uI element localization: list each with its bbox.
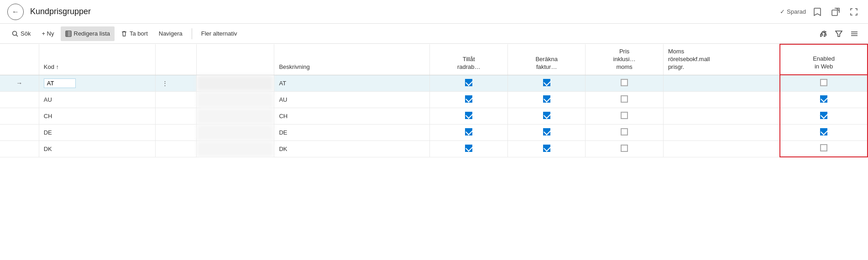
checkbox-tillat-DE[interactable] bbox=[465, 128, 472, 135]
row-enabled-web-AU[interactable] bbox=[780, 91, 868, 108]
row-arrow-cell bbox=[0, 124, 39, 140]
toolbar-separator bbox=[192, 28, 192, 39]
col-header-beskrivning: Beskrivning bbox=[274, 44, 430, 75]
row-enabled-web-CH[interactable] bbox=[780, 108, 868, 124]
row-context-menu[interactable]: ⋮ bbox=[160, 79, 170, 88]
checkbox-enabled-web-DE[interactable] bbox=[820, 128, 827, 135]
col-header-arrow bbox=[0, 44, 39, 75]
row-moms-cell bbox=[663, 91, 780, 108]
checkbox-berakna-DK[interactable] bbox=[543, 145, 550, 152]
row-tillat-cell[interactable] bbox=[430, 75, 507, 91]
row-enabled-web-DK[interactable] bbox=[780, 140, 868, 157]
checkbox-pris-CH[interactable] bbox=[621, 112, 628, 119]
row-beskrivning-cell: CH bbox=[274, 108, 430, 124]
row-arrow-cell: → bbox=[0, 75, 39, 91]
edit-list-button[interactable]: Redigera lista bbox=[61, 26, 115, 41]
checkbox-pris-AT[interactable] bbox=[621, 79, 628, 86]
checkbox-enabled-web-CH[interactable] bbox=[820, 112, 827, 119]
checkbox-pris-DE[interactable] bbox=[621, 128, 628, 135]
search-button[interactable]: Sök bbox=[7, 26, 35, 41]
checkbox-tillat-DK[interactable] bbox=[465, 145, 472, 152]
row-enabled-web-AT[interactable] bbox=[780, 75, 868, 91]
col-header-berakna: Beräknafaktur… bbox=[507, 44, 585, 75]
checkbox-tillat-AU[interactable] bbox=[465, 95, 472, 103]
checkbox-enabled-web-AT[interactable] bbox=[820, 79, 827, 86]
table-row: DK DK bbox=[0, 140, 868, 157]
checkbox-berakna-AT[interactable] bbox=[543, 79, 550, 86]
row-pris-cell[interactable] bbox=[586, 124, 663, 140]
svg-rect-0 bbox=[832, 10, 837, 16]
share-icon[interactable] bbox=[817, 27, 830, 40]
svg-marker-10 bbox=[836, 31, 842, 36]
row-blurred-cell bbox=[196, 75, 274, 91]
row-menu-cell bbox=[156, 108, 197, 124]
more-options-button[interactable]: Fler alternativ bbox=[197, 26, 242, 41]
row-menu-cell bbox=[156, 124, 197, 140]
row-tillat-cell[interactable] bbox=[430, 124, 507, 140]
table-row: CH CH bbox=[0, 108, 868, 124]
checkbox-enabled-web-DK[interactable] bbox=[820, 144, 827, 151]
kod-input[interactable] bbox=[44, 78, 76, 88]
edit-list-icon bbox=[65, 31, 72, 37]
col-header-tillat: Tillåtradrab… bbox=[430, 44, 507, 75]
toolbar: Sök + Ny Redigera lista Ta bort Navigera… bbox=[0, 24, 868, 44]
col-header-enabled-web: Enabledin Web bbox=[780, 44, 868, 75]
row-berakna-cell[interactable] bbox=[507, 124, 585, 140]
checkbox-berakna-AU[interactable] bbox=[543, 95, 550, 103]
row-beskrivning-cell: DK bbox=[274, 140, 430, 157]
row-beskrivning-cell: AT bbox=[274, 75, 430, 91]
expand-icon[interactable] bbox=[847, 5, 861, 19]
table-row: AU AU bbox=[0, 91, 868, 108]
checkbox-tillat-CH[interactable] bbox=[465, 112, 472, 119]
checkbox-enabled-web-AU[interactable] bbox=[820, 95, 827, 103]
row-beskrivning-cell: DE bbox=[274, 124, 430, 140]
svg-point-1 bbox=[13, 31, 17, 35]
filter-icon[interactable] bbox=[832, 27, 845, 40]
table-row: → ⋮ AT bbox=[0, 75, 868, 91]
new-button[interactable]: + Ny bbox=[37, 26, 58, 41]
col-header-kod[interactable]: Kod ↑ bbox=[39, 44, 156, 75]
col-header-moms: Momsrörelsebokf.mallprisgr. bbox=[663, 44, 780, 75]
row-berakna-cell[interactable] bbox=[507, 140, 585, 157]
checkbox-berakna-DE[interactable] bbox=[543, 128, 550, 135]
row-tillat-cell[interactable] bbox=[430, 108, 507, 124]
row-pris-cell[interactable] bbox=[586, 108, 663, 124]
row-moms-cell bbox=[663, 108, 780, 124]
back-button[interactable]: ← bbox=[7, 4, 24, 20]
list-view-icon[interactable] bbox=[848, 27, 861, 40]
row-kod-cell[interactable] bbox=[39, 75, 156, 91]
row-pris-cell[interactable] bbox=[586, 140, 663, 157]
delete-button[interactable]: Ta bort bbox=[116, 26, 152, 41]
bookmark-icon[interactable] bbox=[810, 5, 824, 19]
row-moms-cell bbox=[663, 140, 780, 157]
data-table-container: Kod ↑ Beskrivning Tillåtradrab… Beräknaf… bbox=[0, 44, 868, 157]
row-arrow-indicator: → bbox=[16, 79, 22, 87]
checkbox-pris-AU[interactable] bbox=[621, 95, 628, 103]
row-blurred-cell bbox=[196, 108, 274, 124]
trash-icon bbox=[121, 31, 127, 37]
row-kod-cell: CH bbox=[39, 108, 156, 124]
row-moms-cell bbox=[663, 75, 780, 91]
navigate-button[interactable]: Navigera bbox=[154, 26, 187, 41]
col-header-pris: Prisinklusi…moms bbox=[586, 44, 663, 75]
row-moms-cell bbox=[663, 124, 780, 140]
row-kod-cell: DE bbox=[39, 124, 156, 140]
row-menu-cell[interactable]: ⋮ bbox=[156, 75, 197, 91]
row-pris-cell[interactable] bbox=[586, 91, 663, 108]
checkbox-tillat-AT[interactable] bbox=[465, 79, 472, 86]
checkbox-berakna-CH[interactable] bbox=[543, 112, 550, 119]
row-tillat-cell[interactable] bbox=[430, 140, 507, 157]
row-tillat-cell[interactable] bbox=[430, 91, 507, 108]
row-blurred-cell bbox=[196, 91, 274, 108]
row-arrow-cell bbox=[0, 91, 39, 108]
open-external-icon[interactable] bbox=[829, 5, 842, 19]
row-berakna-cell[interactable] bbox=[507, 75, 585, 91]
row-arrow-cell bbox=[0, 108, 39, 124]
row-kod-cell: AU bbox=[39, 91, 156, 108]
checkbox-pris-DK[interactable] bbox=[621, 145, 628, 152]
toolbar-right-actions bbox=[817, 27, 861, 40]
row-berakna-cell[interactable] bbox=[507, 91, 585, 108]
row-berakna-cell[interactable] bbox=[507, 108, 585, 124]
row-pris-cell[interactable] bbox=[586, 75, 663, 91]
row-enabled-web-DE[interactable] bbox=[780, 124, 868, 140]
